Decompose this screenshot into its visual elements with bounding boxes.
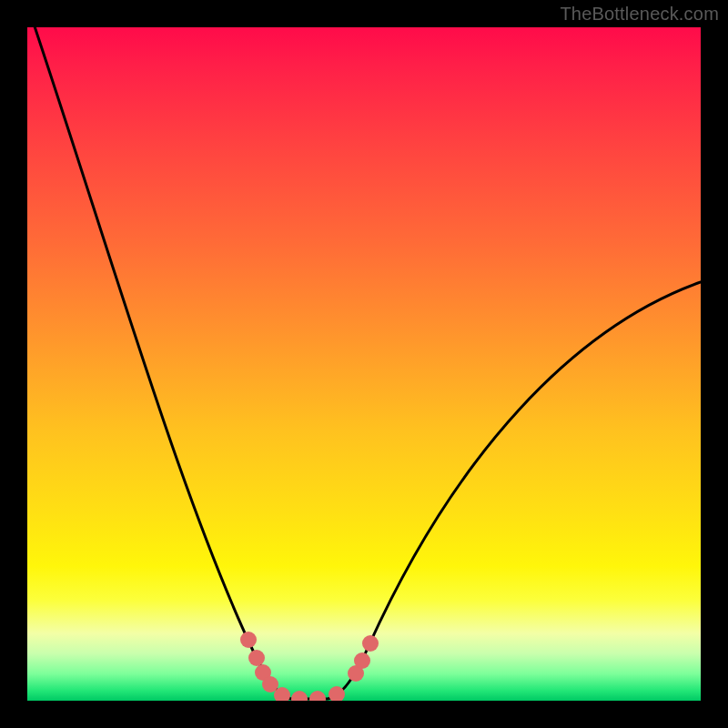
data-marker <box>248 650 265 666</box>
data-marker <box>362 635 379 652</box>
curve-layer <box>27 27 701 701</box>
data-marker <box>240 632 257 648</box>
data-marker <box>309 691 326 701</box>
bottleneck-curve <box>32 27 701 699</box>
plot-area <box>27 27 701 701</box>
data-marker <box>354 652 370 669</box>
data-marker <box>291 691 308 701</box>
marker-group <box>240 632 379 701</box>
watermark-text: TheBottleneck.com <box>560 4 719 25</box>
